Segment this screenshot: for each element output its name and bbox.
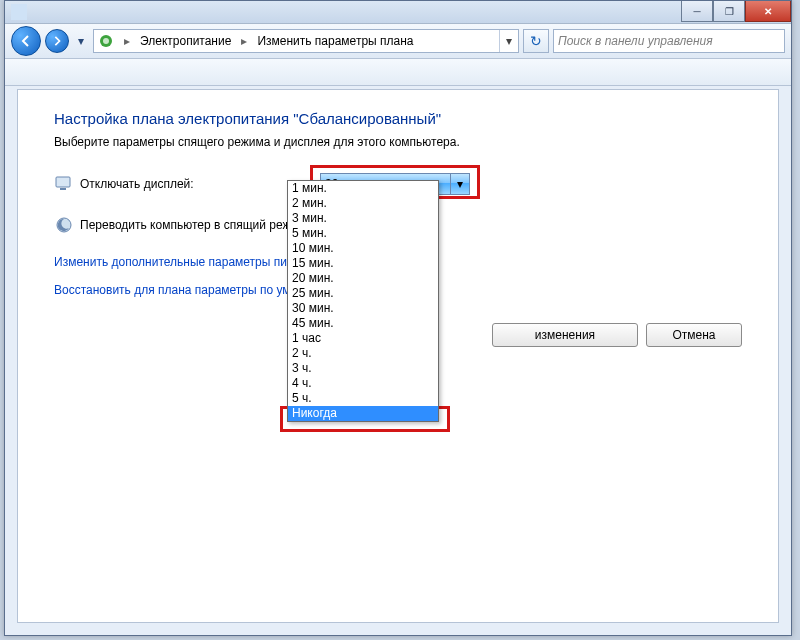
dropdown-option[interactable]: 2 мин. (288, 196, 438, 211)
chevron-down-icon: ▾ (450, 174, 469, 194)
toolbar (5, 59, 791, 86)
dropdown-option[interactable]: 5 ч. (288, 391, 438, 406)
breadcrumb-sep-icon: ▸ (120, 34, 134, 48)
svg-rect-4 (60, 188, 66, 190)
history-dropdown-icon[interactable]: ▾ (73, 27, 89, 55)
svg-point-2 (103, 38, 109, 44)
display-off-label: Отключать дисплей: (80, 177, 320, 191)
window-frame: ─ ❐ ✕ ▾ ▸ Электропитание ▸ Изменить пара… (4, 0, 792, 636)
dropdown-option[interactable]: 1 мин. (288, 181, 438, 196)
address-bar[interactable]: ▸ Электропитание ▸ Изменить параметры пл… (93, 29, 519, 53)
moon-icon (54, 215, 74, 235)
dropdown-option[interactable]: 10 мин. (288, 241, 438, 256)
nav-bar: ▾ ▸ Электропитание ▸ Изменить параметры … (5, 24, 791, 59)
app-icon (11, 4, 27, 20)
display-off-dropdown[interactable]: 1 мин.2 мин.3 мин.5 мин.10 мин.15 мин.20… (287, 180, 439, 422)
titlebar[interactable]: ─ ❐ ✕ (5, 1, 791, 24)
close-button[interactable]: ✕ (745, 1, 791, 22)
back-button[interactable] (11, 26, 41, 56)
monitor-icon (54, 174, 74, 194)
dropdown-option[interactable]: 3 мин. (288, 211, 438, 226)
dropdown-option[interactable]: 3 ч. (288, 361, 438, 376)
dropdown-option[interactable]: 30 мин. (288, 301, 438, 316)
minimize-button[interactable]: ─ (681, 1, 713, 22)
content-area: Настройка плана электропитания "Сбаланси… (17, 89, 779, 623)
search-input[interactable]: Поиск в панели управления (553, 29, 785, 53)
dropdown-option[interactable]: 5 мин. (288, 226, 438, 241)
svg-rect-3 (56, 177, 70, 187)
page-title: Настройка плана электропитания "Сбаланси… (54, 110, 742, 127)
dropdown-option[interactable]: 15 мин. (288, 256, 438, 271)
dropdown-option[interactable]: 20 мин. (288, 271, 438, 286)
advanced-settings-link[interactable]: Изменить дополнительные параметры питани… (54, 255, 319, 269)
dropdown-option[interactable]: 4 ч. (288, 376, 438, 391)
sleep-label: Переводить компьютер в спящий режим: (80, 218, 309, 232)
page-subtitle: Выберите параметры спящего режима и дисп… (54, 135, 742, 149)
save-changes-button[interactable]: изменения (492, 323, 638, 347)
power-plan-icon (98, 33, 114, 49)
breadcrumb-sep-icon: ▸ (237, 34, 251, 48)
dropdown-option[interactable]: 25 мин. (288, 286, 438, 301)
refresh-button[interactable]: ↻ (523, 29, 549, 53)
breadcrumb-item-edit-plan[interactable]: Изменить параметры плана (257, 34, 413, 48)
breadcrumb-item-power[interactable]: Электропитание (140, 34, 231, 48)
dropdown-option[interactable]: 45 мин. (288, 316, 438, 331)
dropdown-option[interactable]: 2 ч. (288, 346, 438, 361)
maximize-button[interactable]: ❐ (713, 1, 745, 22)
dropdown-option[interactable]: Никогда (288, 406, 438, 421)
dialog-buttons: изменения Отмена (492, 323, 742, 347)
forward-button[interactable] (45, 29, 69, 53)
cancel-button[interactable]: Отмена (646, 323, 742, 347)
save-changes-label: изменения (535, 328, 595, 342)
cancel-label: Отмена (672, 328, 715, 342)
svg-rect-0 (11, 4, 27, 20)
dropdown-option[interactable]: 1 час (288, 331, 438, 346)
address-dropdown-icon[interactable]: ▾ (499, 30, 518, 52)
